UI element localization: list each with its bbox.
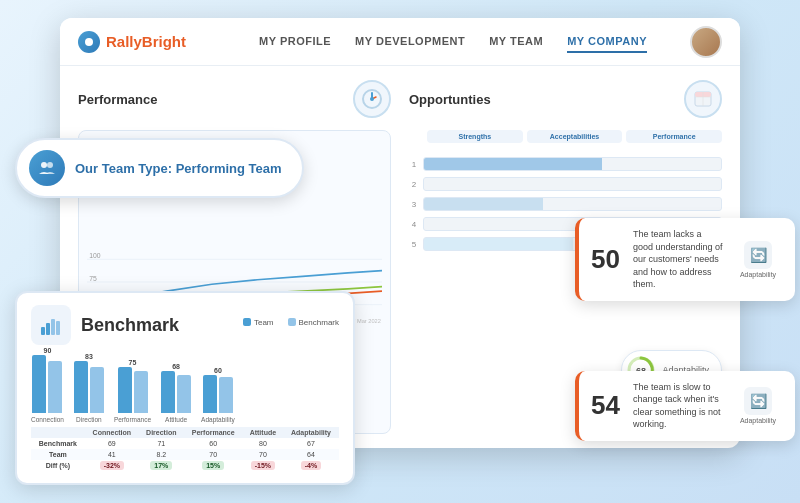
opp-text-2: The team is slow to change tack when it'… — [633, 381, 723, 431]
team-type-icon — [29, 150, 65, 186]
benchmark-table: ConnectionDirectionPerformanceAttitudeAd… — [31, 427, 339, 471]
logo-text: RallyBright — [106, 33, 186, 50]
svg-rect-23 — [46, 323, 50, 335]
benchmark-icon — [31, 305, 71, 345]
svg-rect-22 — [41, 327, 45, 335]
opp-badge-2: 🔄 Adaptability — [733, 387, 783, 424]
nav-items: MY PROFILE MY DEVELOPMENT MY TEAM MY COM… — [216, 31, 690, 53]
col-performance: Performance — [626, 130, 722, 143]
opp-score-1: 50 — [591, 244, 623, 275]
opp-highlight-card-1: 50 The team lacks a good understanding o… — [575, 218, 795, 301]
performance-gauge-icon — [353, 80, 391, 118]
table-row: 1 — [409, 155, 722, 173]
team-type-text: Our Team Type: Performing Team — [75, 161, 282, 176]
opp-score-2: 54 — [591, 390, 623, 421]
svg-rect-24 — [51, 319, 55, 335]
bar-group: 68 Attitude — [161, 363, 191, 423]
bar-group: 60 Adaptability — [201, 367, 235, 423]
nav-my-company[interactable]: MY COMPANY — [567, 31, 647, 53]
opp-columns-header: Strengths Acceptabilities Performance — [409, 130, 722, 143]
svg-point-1 — [370, 97, 374, 101]
nav-my-team[interactable]: MY TEAM — [489, 31, 543, 53]
bar-group: 75 Performance — [114, 359, 151, 423]
svg-text:100: 100 — [89, 252, 101, 259]
svg-rect-25 — [56, 321, 60, 335]
svg-text:75: 75 — [89, 275, 97, 282]
logo-icon — [78, 31, 100, 53]
opp-highlight-card-2: 54 The team is slow to change tack when … — [575, 371, 795, 441]
nav-my-development[interactable]: MY DEVELOPMENT — [355, 31, 465, 53]
avatar[interactable] — [690, 26, 722, 58]
performance-title: Performance — [78, 92, 157, 107]
bar-group: 90 Connection — [31, 347, 64, 423]
benchmark-header: Benchmark Team Benchmark — [31, 305, 339, 345]
nav-bar: RallyBright MY PROFILE MY DEVELOPMENT MY… — [60, 18, 740, 66]
benchmark-title: Benchmark — [81, 315, 179, 336]
opportunities-title: Opportunties — [409, 92, 491, 107]
benchmark-card: Benchmark Team Benchmark 90 Connection 8… — [15, 291, 355, 485]
table-row: 2 — [409, 175, 722, 193]
team-type-card: Our Team Type: Performing Team — [15, 138, 304, 198]
nav-my-profile[interactable]: MY PROFILE — [259, 31, 331, 53]
performance-header: Performance — [78, 80, 391, 118]
logo[interactable]: RallyBright — [78, 31, 186, 53]
opp-badge-1: 🔄 Adaptability — [733, 241, 783, 278]
opp-text-1: The team lacks a good understanding of o… — [633, 228, 723, 291]
bar-chart: 90 Connection 83 Direction 75 Performanc… — [31, 353, 339, 423]
col-strengths: Strengths — [427, 130, 523, 143]
svg-point-21 — [47, 162, 53, 168]
svg-point-20 — [41, 162, 47, 168]
legend: Team Benchmark — [243, 318, 339, 327]
col-acceptabilities: Acceptabilities — [527, 130, 623, 143]
bar-group: 83 Direction — [74, 353, 104, 423]
opportunities-header: Opportunties — [409, 80, 722, 118]
table-row: 3 — [409, 195, 722, 213]
opportunities-gauge-icon — [684, 80, 722, 118]
